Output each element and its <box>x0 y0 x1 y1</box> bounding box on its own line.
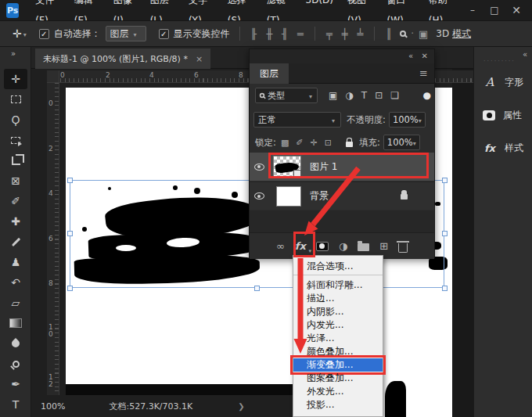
layer-style-menu-item[interactable]: 投影... <box>293 398 383 412</box>
layer-style-menu-item[interactable]: 内阴影... <box>293 305 383 318</box>
blend-mode-dropdown[interactable]: 正常 ▾ <box>253 112 341 128</box>
distribute-button[interactable]: ╤ <box>322 28 337 40</box>
filter-pixel-icon[interactable]: ▣ <box>329 90 337 101</box>
lock-artboard-icon[interactable]: ⊡ <box>325 138 332 148</box>
layer-thumbnail[interactable] <box>276 186 301 207</box>
transform-handle[interactable] <box>67 231 73 236</box>
filter-smart-object-icon[interactable]: ❏ <box>390 90 399 101</box>
maximize-button[interactable]: □ <box>483 5 505 16</box>
auto-select-checkbox[interactable]: ✓ <box>39 29 49 39</box>
workspace-icon[interactable]: ▣ <box>414 28 433 40</box>
align-button[interactable]: ╢ <box>277 28 293 40</box>
new-layer-icon[interactable]: ⊞ <box>379 240 388 252</box>
filter-type-icon[interactable]: T <box>361 90 367 101</box>
align-button[interactable]: ╟ <box>246 28 262 40</box>
tool-gradient[interactable] <box>4 313 27 333</box>
new-group-icon[interactable] <box>358 243 369 251</box>
current-tool-icon[interactable]: ✛ <box>13 27 22 40</box>
layer-name[interactable]: 背景 <box>310 189 329 203</box>
tool-pen[interactable]: ✒ <box>4 374 27 394</box>
status-bar: 100% 文档:527.3K/703.1K ❯ <box>31 395 296 417</box>
lock-paint-icon[interactable]: ✐ <box>296 138 303 148</box>
visibility-toggle[interactable] <box>250 192 268 200</box>
tab-layers[interactable]: 图层 <box>250 63 289 84</box>
toolstrip-collapse-icon[interactable]: » <box>11 49 15 58</box>
filter-toggle-icon[interactable]: ● <box>423 90 431 101</box>
add-mask-icon[interactable] <box>316 242 329 251</box>
layer-filter-type-dropdown[interactable]: 类型 ▾ <box>255 88 318 103</box>
layer-style-menu-item[interactable]: 外发光... <box>293 385 383 398</box>
fill-dropdown[interactable]: 100% ▾ <box>383 135 420 150</box>
zoom-level[interactable]: 100% <box>41 401 65 412</box>
layer-style-menu-item[interactable]: 图案叠加... <box>293 372 383 385</box>
show-transform-checkbox[interactable]: ✓ <box>159 29 169 39</box>
transform-handle[interactable] <box>254 286 260 291</box>
minimize-button[interactable]: – <box>462 5 483 16</box>
tool-move[interactable]: ✛ <box>4 69 27 89</box>
layer-style-menu-item[interactable]: 混合选项... <box>293 260 383 275</box>
lock-transparent-icon[interactable]: ▩ <box>281 138 289 148</box>
search-icon[interactable] <box>400 31 406 37</box>
tool-blur[interactable] <box>4 333 27 354</box>
transform-handle[interactable] <box>67 178 73 183</box>
transform-handle[interactable] <box>442 178 448 183</box>
delete-layer-icon[interactable] <box>398 243 408 253</box>
layer-style-menu-item[interactable]: 颜色叠加... <box>293 345 383 358</box>
tool-type[interactable]: T <box>4 394 27 415</box>
auto-select-target-dropdown[interactable]: 图层 ▾ <box>106 26 146 41</box>
distribute-button[interactable]: ╧ <box>353 28 368 40</box>
layer-style-menu-item[interactable]: 渐变叠加... <box>293 358 383 372</box>
tool-healing[interactable]: ✚ <box>4 211 27 232</box>
layer-style-menu-item[interactable]: 描边... <box>293 292 383 305</box>
transform-handle[interactable] <box>442 231 448 236</box>
distribute-button[interactable]: ╪ <box>337 28 353 40</box>
distribute-spacing-button[interactable]: ║ <box>381 28 397 40</box>
layer-thumbnail[interactable] <box>273 156 301 178</box>
panel-button-glyphs[interactable]: A 字形 <box>474 66 532 99</box>
tool-history-brush[interactable]: ↶ <box>4 272 27 293</box>
tool-dodge[interactable] <box>4 354 27 374</box>
layer-row-background[interactable]: 背景 <box>250 182 434 210</box>
tool-eraser[interactable]: ▱ <box>4 293 27 313</box>
chevron-down-icon: ▾ <box>413 140 416 147</box>
tab-close-icon[interactable]: × <box>196 54 203 64</box>
lock-all-icon[interactable] <box>346 142 353 147</box>
tool-stamp[interactable]: ♟ <box>4 252 27 272</box>
link-layers-icon[interactable]: ∞ <box>276 240 285 252</box>
tool-frame[interactable]: ⊠ <box>4 171 27 191</box>
tool-marquee[interactable] <box>4 89 27 110</box>
status-chevron-icon[interactable]: ❯ <box>238 402 244 411</box>
tool-brush[interactable] <box>4 232 27 252</box>
panel-button-styles[interactable]: fx 样式 <box>474 131 532 164</box>
visibility-toggle[interactable] <box>250 164 268 171</box>
filter-shape-icon[interactable]: ⊡ <box>375 90 383 101</box>
layer-row-selected[interactable]: 图片 1 <box>250 153 434 181</box>
align-button[interactable]: ═ <box>293 28 308 40</box>
new-adjustment-icon[interactable]: ◑ <box>339 240 347 252</box>
layer-style-menu-item[interactable]: 斜面和浮雕... <box>293 279 383 292</box>
transform-handle[interactable] <box>67 286 73 291</box>
tool-eyedropper[interactable]: ✐ <box>4 191 27 211</box>
panel-button-properties[interactable]: 属性 <box>474 99 532 131</box>
tool-quick-select[interactable] <box>4 130 27 150</box>
dock-drag-handle[interactable]: ········· <box>483 58 516 65</box>
document-tab[interactable]: 未标题-1 @ 100% (图片1, RGB/8) * × <box>35 49 210 69</box>
align-button[interactable]: ╫ <box>261 28 277 40</box>
panel-close-icon[interactable]: ✕ <box>422 52 428 60</box>
layer-name[interactable]: 图片 1 <box>310 160 337 174</box>
tool-preset-chevron-icon[interactable]: ▾ <box>23 31 27 38</box>
3d-mode-label[interactable]: 3D 模式 <box>436 27 471 41</box>
layer-style-menu-item[interactable]: 内发光... <box>293 318 383 332</box>
tool-crop[interactable] <box>4 150 27 171</box>
layer-style-menu-item[interactable]: 光泽... <box>293 332 383 345</box>
filter-adjustment-icon[interactable]: ◑ <box>345 90 353 101</box>
panel-collapse-icon[interactable]: « <box>408 52 412 60</box>
dock-collapse-icon[interactable]: « <box>523 50 527 59</box>
opacity-dropdown[interactable]: 100% ▾ <box>389 112 426 128</box>
tool-lasso[interactable]: Ϙ <box>4 110 27 130</box>
close-button[interactable]: ✕ <box>505 4 527 16</box>
transform-handle[interactable] <box>442 286 448 291</box>
add-layer-style-icon[interactable]: fx <box>295 240 306 252</box>
panel-menu-icon[interactable]: ≡ <box>419 67 428 79</box>
lock-position-icon[interactable]: ✛ <box>311 138 318 148</box>
